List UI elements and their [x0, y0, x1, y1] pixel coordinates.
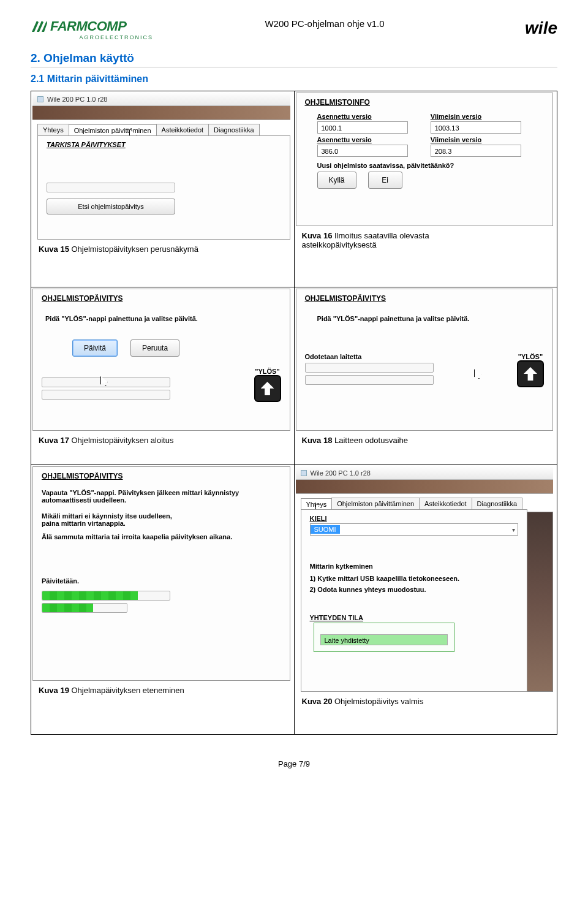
release-instruction-3: Älä sammuta mittaria tai irroita kaapeli… — [42, 533, 281, 540]
yes-button[interactable]: Kyllä — [317, 172, 356, 189]
tab-diagnostiikka[interactable]: Diagnostiikka — [472, 498, 522, 509]
logo-farmcomp-sub: AGROELECTRONICS — [31, 34, 153, 40]
find-update-button[interactable]: Etsi ohjelmistopäivitys — [47, 199, 175, 214]
caption-kuva-20: Kuva 20 Ohjelmistopäivitys valmis — [295, 692, 557, 712]
caption-kuva-17: Kuva 17 Ohjelmistopäivityksen aloitus — [31, 431, 294, 451]
hold-up-instruction-2: Pidä "YLÖS"-nappi painettuna ja valitse … — [317, 315, 545, 322]
figure-grid: Wile 200 PC 1.0 r28 Yhteys Ohjelmiston p… — [31, 91, 557, 735]
installed-version-value-1: 1000.1 — [317, 121, 409, 134]
progress-bar-2 — [42, 604, 93, 612]
installed-version-value-2: 386.0 — [317, 145, 409, 157]
logo-wile: wile — [525, 18, 557, 37]
release-instruction-2a: Mikäli mittari ei käynnisty itse uudelle… — [42, 512, 281, 520]
cancel-button[interactable]: Peruuta — [130, 339, 179, 357]
up-arrow-icon — [254, 375, 281, 402]
window-icon — [37, 96, 43, 102]
caption-kuva-18: Kuva 18 Laitteen odotusvaihe — [295, 431, 557, 451]
release-instruction-1: Vapauta "YLÖS"-nappi. Päivityksen jälkee… — [42, 489, 281, 504]
release-instruction-2b: paina mittarin virtanappia. — [42, 520, 281, 527]
latest-version-label-2: Viimeisin versio — [431, 136, 532, 143]
waiting-device-text: Odotetaan laitetta — [305, 353, 434, 360]
software-info-title: OHJELMISTOINFO — [305, 98, 545, 107]
software-update-title-3: OHJELMISTOPÄIVITYS — [42, 472, 281, 480]
logo-farmcomp-text: FARMCOMP — [50, 18, 126, 34]
window-titlebar: Wile 200 PC 1.0 r28 — [296, 466, 554, 480]
page-header: FARMCOMP AGROELECTRONICS W200 PC-ohjelma… — [31, 18, 557, 40]
tab-paivitys[interactable]: Ohjelmiston päivittäminen — [69, 124, 157, 136]
caption-kuva-15: Kuva 15 Ohjelmistopäivityksen perusnäkym… — [31, 240, 294, 260]
tab-diagnostiikka[interactable]: Diagnostiikka — [208, 124, 259, 135]
progress-bar-1 — [42, 591, 138, 600]
language-label: KIELI — [310, 515, 518, 522]
software-update-title-2: OHJELMISTOPÄIVITYS — [305, 294, 545, 303]
tab-asteikko[interactable]: Asteikkotiedot — [156, 124, 209, 135]
logo-farmcomp: FARMCOMP AGROELECTRONICS — [31, 18, 153, 40]
ylos-label-1: "YLÖS" — [254, 368, 281, 375]
window-title-text: Wile 200 PC 1.0 r28 — [47, 96, 107, 103]
connect-title: Mittarin kytkeminen — [310, 563, 518, 570]
check-updates-label: TARKISTA PÄIVITYKSET — [47, 141, 281, 148]
connection-status-value: Laite yhdistetty — [320, 634, 448, 645]
document-title: W200 PC-ohjelman ohje v1.0 — [153, 18, 496, 29]
latest-version-label-1: Viimeisin versio — [431, 113, 532, 120]
installed-version-label-2: Asennettu versio — [317, 136, 418, 143]
chevron-down-icon: ▾ — [512, 526, 515, 533]
latest-version-value-1: 1003.13 — [431, 121, 522, 134]
leaf-icon — [31, 20, 48, 33]
window-titlebar: Wile 200 PC 1.0 r28 — [32, 93, 290, 106]
no-button[interactable]: Ei — [368, 172, 402, 189]
window-header-image — [32, 106, 290, 120]
up-arrow-icon — [517, 360, 544, 387]
caption-kuva-16: Kuva 16 Ilmoitus saatavilla olevastaaste… — [295, 226, 557, 256]
window-header-image — [296, 480, 554, 494]
update-button[interactable]: Päivitä — [72, 339, 118, 357]
latest-version-value-2: 208.3 — [431, 145, 522, 157]
window-icon — [301, 470, 307, 476]
window-title-text: Wile 200 PC 1.0 r28 — [311, 469, 371, 477]
hold-up-instruction-1: Pidä "YLÖS"-nappi painettuna ja valitse … — [45, 315, 281, 322]
section-heading-1: 2. Ohjelman käyttö — [31, 51, 557, 67]
tab-yhteys[interactable]: Yhteys — [37, 124, 69, 135]
device-photo-placeholder — [527, 512, 554, 692]
connection-status-label: YHTEYDEN TILA — [310, 614, 527, 621]
software-update-title-1: OHJELMISTOPÄIVITYS — [42, 294, 281, 303]
tab-paivitys[interactable]: Ohjelmiston päivittäminen — [331, 498, 420, 509]
tab-asteikko[interactable]: Asteikkotiedot — [419, 498, 472, 509]
language-selected: SUOMI — [311, 525, 340, 534]
language-select[interactable]: SUOMI ▾ — [310, 523, 518, 536]
updating-label: Päivitetään. — [42, 577, 281, 585]
caption-kuva-19: Kuva 19 Ohjelmapäivityksen eteneminen — [31, 681, 294, 701]
section-heading-2: 2.1 Mittarin päivittäminen — [31, 74, 557, 85]
connect-step-2: 2) Odota kunnes yhteys muodostuu. — [310, 586, 518, 593]
ylos-label-2: "YLÖS" — [517, 353, 544, 360]
page-footer: Page 7/9 — [31, 759, 557, 768]
connect-step-1: 1) Kytke mittari USB kaapelilla tietokon… — [310, 575, 518, 582]
installed-version-label-1: Asennettu versio — [317, 113, 418, 120]
update-question-text: Uusi ohjelmisto saatavissa, päivitetäänk… — [305, 157, 545, 172]
